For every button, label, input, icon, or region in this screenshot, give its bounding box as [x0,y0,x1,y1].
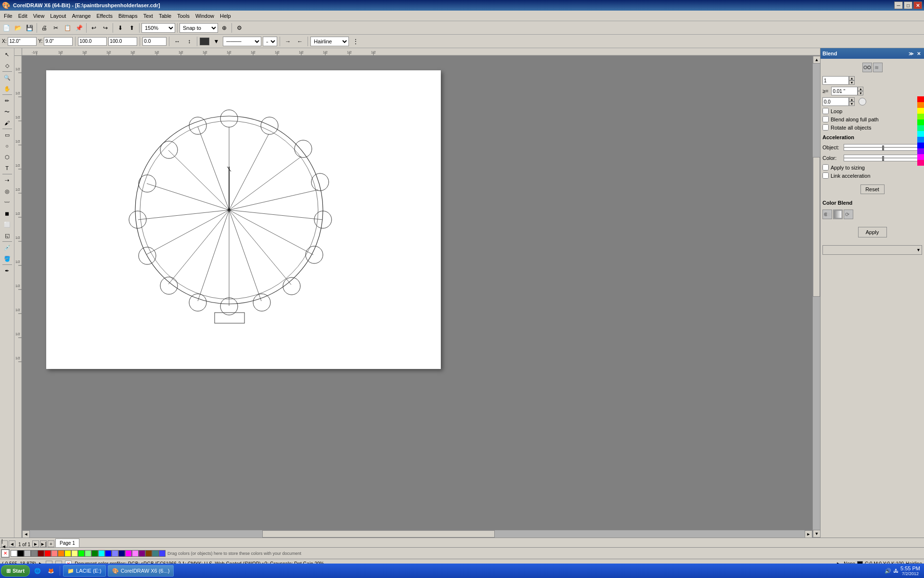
height-input[interactable] [108,37,137,46]
menu-effects[interactable]: Effects [94,11,116,21]
scroll-thumb-h[interactable] [262,530,495,538]
offset-input[interactable] [831,87,858,95]
palette-yellow[interactable] [64,550,71,557]
pan-tool[interactable]: ✋ [1,83,13,94]
menu-bitmaps[interactable]: Bitmaps [116,11,141,21]
steps-spinners[interactable]: ▲ ▼ [849,76,855,85]
menu-view[interactable]: View [30,11,48,21]
menu-text[interactable]: Text [141,11,156,21]
shape-tool[interactable]: ◇ [1,60,13,71]
eyedropper-tool[interactable]: 💉 [1,242,13,253]
volume-icon[interactable]: 🔊 [885,568,891,574]
network-icon[interactable]: 🖧 [893,568,898,574]
strip-color-violet[interactable] [917,148,924,154]
cut-button[interactable]: ✂ [51,23,61,33]
contour-tool[interactable]: ◎ [1,186,13,197]
flip-v-button[interactable]: ↕ [184,36,194,47]
palette-silver[interactable] [24,550,31,557]
strip-color-red[interactable] [917,96,924,102]
page-add-button[interactable]: + [48,540,54,547]
y-input[interactable] [44,37,73,46]
palette-light-red[interactable] [51,550,58,557]
scroll-down-button[interactable]: ▼ [813,530,820,538]
reset-button[interactable]: Reset [860,184,885,194]
menu-table[interactable]: Table [156,11,174,21]
angle-input[interactable] [142,37,167,46]
menu-arrange[interactable]: Arrange [69,11,93,21]
ellipse-tool[interactable]: ○ [1,141,13,151]
start-arrow[interactable]: → [282,36,293,47]
color-blend-icon3[interactable]: ⟳ [844,210,853,219]
offset-spinners[interactable]: ▲ ▼ [858,87,863,95]
menu-layout[interactable]: Layout [47,11,69,21]
options-button[interactable]: ⚙ [234,23,244,33]
page-nav-last[interactable]: ►| [40,540,47,547]
apply-button[interactable]: Apply [858,227,887,237]
vertical-scrollbar[interactable]: ▲ ▼ [812,56,820,538]
steps-spin[interactable]: ▲ ▼ [822,76,855,85]
apply-sizing-checkbox[interactable] [822,164,829,171]
extrude-tool[interactable]: ◱ [1,230,13,241]
strip-color-blue[interactable] [917,143,924,148]
zoom-tool[interactable]: 🔍 [1,72,13,83]
import-button[interactable]: ⬇ [115,23,126,33]
scroll-left-button[interactable]: ◄ [22,530,30,538]
object-slider[interactable] [844,144,922,151]
snap-dropdown[interactable]: Snap to [180,23,218,33]
palette-purple[interactable] [139,550,145,557]
freehand-tool[interactable]: ✏ [1,95,13,106]
blend-mode-icon2[interactable]: ≋ [873,63,883,72]
strip-color-sky[interactable] [917,137,924,143]
palette-cyan[interactable] [98,550,105,557]
copy-button[interactable]: 📋 [62,23,73,33]
polygon-tool[interactable]: ⬡ [1,152,13,162]
paste-button[interactable]: 📌 [74,23,84,33]
steps-input[interactable] [822,76,849,85]
page-tab-1[interactable]: Page 1 [55,539,79,547]
palette-dark-green[interactable] [91,550,98,557]
open-button[interactable]: 📂 [13,23,23,33]
menu-file[interactable]: File [1,11,15,21]
blend-header-controls[interactable]: ≫ ✕ [908,50,922,57]
palette-blue[interactable] [105,550,112,557]
palette-black[interactable] [17,550,24,557]
no-fill-box[interactable]: ✕ [1,549,10,558]
outline-tool[interactable]: ✒ [1,265,13,276]
strip-color-yellow[interactable] [917,108,924,114]
export-button[interactable]: ⬆ [127,23,137,33]
taskbar-explorer-window[interactable]: 📁 LACIE (E:) [63,565,106,577]
offset-down[interactable]: ▼ [858,91,863,95]
strip-color-rose[interactable] [917,160,924,166]
select-tool[interactable]: ↖ [1,49,13,60]
shadow-tool[interactable]: ◼ [1,208,13,219]
color-blend-icon1[interactable] [822,210,832,219]
palette-light-blue[interactable] [112,550,118,557]
blend-close-button[interactable]: ✕ [915,50,922,57]
blend-dock-button[interactable]: ≫ [908,50,914,57]
zoom-dropdown[interactable]: 150% 100% 200% Fit Page [141,23,175,33]
menu-tools[interactable]: Tools [174,11,192,21]
palette-gray[interactable] [31,550,38,557]
text-tool[interactable]: T [1,163,13,173]
strip-color-lime[interactable] [917,114,924,119]
save-button[interactable]: 💾 [24,23,35,33]
steps-down[interactable]: ▼ [849,80,855,85]
blend-mode-icon1[interactable] [862,63,872,72]
artistic-tool[interactable]: 🖌 [1,118,13,128]
strip-color-orange[interactable] [917,102,924,108]
color-blend-icon2[interactable] [833,210,843,219]
angle-down[interactable]: ▼ [849,102,855,106]
palette-teal[interactable] [152,550,159,557]
line-type-dropdown[interactable]: Hairline [310,37,349,46]
line-end-dropdown[interactable]: — [263,37,277,46]
angle-spin[interactable]: ▲ ▼ [822,97,855,106]
new-button[interactable]: 📄 [1,23,12,33]
envelope-tool[interactable]: ⬜ [1,219,13,230]
palette-red[interactable] [44,550,51,557]
fill-tool[interactable]: 🪣 [1,253,13,264]
angle-blend-input[interactable] [822,97,849,106]
taskbar-coreldraw-window[interactable]: 🎨 CorelDRAW X6 (6...) [108,565,174,577]
start-button[interactable]: ⊞ Start [1,565,30,577]
panel-dropdown[interactable]: ▼ [822,245,922,255]
blend-tool[interactable]: ⇢ [1,175,13,185]
